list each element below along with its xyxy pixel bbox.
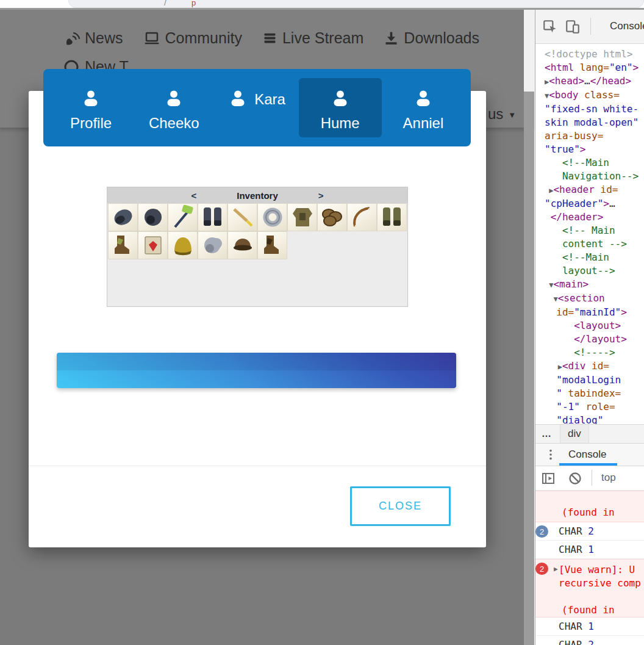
device-toolbar-icon[interactable] — [565, 19, 581, 37]
page-scrollbar-track[interactable] — [524, 9, 534, 92]
tree-line[interactable]: "true"> — [545, 143, 644, 156]
devtools-panel: Console <!doctype html><html lang="en">▶… — [535, 9, 644, 645]
inventory-slot-ore-chunk[interactable] — [198, 231, 227, 259]
page-scrollbar-thumb[interactable] — [524, 92, 534, 645]
tree-line[interactable]: <!-- Main — [545, 224, 644, 237]
nav-item-downloads[interactable]: Downloads — [383, 29, 479, 47]
inventory-prev-arrow[interactable]: < — [191, 190, 196, 201]
clear-console-icon[interactable] — [567, 471, 583, 488]
person-icon — [414, 89, 432, 110]
console-row[interactable]: 2CHAR 2 — [535, 522, 644, 541]
console-toolbar: top — [535, 466, 644, 491]
tree-line[interactable]: "-1" role= — [545, 400, 644, 414]
tree-line[interactable]: skin modal-open" — [545, 116, 644, 129]
inventory-grid — [108, 203, 407, 259]
inventory-slot-stone-ring[interactable] — [257, 203, 287, 231]
inventory-slot-body-armor[interactable] — [287, 203, 317, 231]
tree-line[interactable]: <html lang="en"> — [545, 61, 644, 74]
tab-cheeko[interactable]: Cheeko — [132, 78, 215, 137]
tab-profile[interactable]: Profile — [49, 78, 132, 137]
inventory-slot-gold-helm[interactable] — [168, 231, 198, 259]
tree-line[interactable]: <layout> — [545, 319, 644, 333]
inventory-slot-dark-armor-piece[interactable] — [108, 203, 138, 231]
tree-line[interactable]: ▶<div id= — [545, 359, 644, 373]
tree-line[interactable]: <!----> — [545, 346, 644, 359]
gold-helm-icon — [170, 232, 196, 258]
nav-item-community[interactable]: Community — [143, 29, 242, 47]
nav-item-live-stream[interactable]: Live Stream — [262, 29, 363, 47]
downloads-icon — [383, 30, 399, 46]
inventory-slot-dark-leggings[interactable] — [198, 203, 227, 231]
tree-line[interactable]: <!--Main — [545, 251, 644, 264]
tree-line[interactable]: aria-busy= — [545, 129, 644, 143]
inventory-slot-green-hammer[interactable] — [168, 203, 198, 231]
tree-line[interactable]: Navigation--> — [545, 170, 644, 183]
url-text-fragment-red: p — [191, 0, 196, 7]
tree-line[interactable]: " tabindex= — [545, 387, 644, 400]
tab-hume[interactable]: Hume — [299, 78, 382, 137]
tab-kara[interactable]: Kara — [215, 78, 298, 137]
tree-line[interactable]: </layout> — [545, 333, 644, 346]
screen: / p NewsCommunityLive StreamDownloads Ne… — [0, 0, 644, 645]
field-leggings-icon — [379, 204, 406, 230]
page-top-edge — [0, 8, 644, 10]
inventory-slot-field-leggings[interactable] — [377, 203, 407, 231]
breadcrumb-ellipsis[interactable]: … — [542, 428, 551, 439]
console-row[interactable]: CHAR 2 — [535, 636, 644, 645]
console-row[interactable]: 2▶[Vue warn]: Urecursive comp (found in — [535, 559, 644, 618]
person-icon — [229, 89, 247, 110]
scroll-icon — [140, 232, 166, 258]
tree-line[interactable]: ▼<section — [545, 292, 644, 306]
tool-icon — [229, 204, 256, 230]
console-messages[interactable]: (found in 2CHAR 2CHAR 12▶[Vue warn]: Ure… — [535, 491, 644, 645]
nav-item-news[interactable]: News — [64, 29, 123, 47]
body-armor-icon — [289, 204, 316, 230]
inventory-slot-dark-gauntlets[interactable] — [138, 203, 168, 231]
elements-tree[interactable]: <!doctype html><html lang="en">▶<head>…<… — [535, 44, 644, 424]
person-icon — [331, 89, 349, 110]
console-drawer-header: Console — [535, 444, 644, 466]
tree-line[interactable]: "dialog" — [545, 414, 644, 424]
devtools-tab-console[interactable]: Console — [610, 20, 644, 32]
tree-line[interactable]: </header> — [545, 211, 644, 224]
tree-line[interactable]: <!doctype html> — [545, 48, 644, 61]
green-hammer-icon — [170, 204, 196, 230]
strapped-boots-icon — [259, 232, 286, 258]
inventory-slot-leather-coil[interactable] — [317, 203, 347, 231]
tree-line[interactable]: <!--Main — [545, 156, 644, 170]
inventory-title: Inventory — [237, 190, 278, 201]
tree-line[interactable]: content --> — [545, 237, 644, 251]
inspect-element-icon[interactable] — [542, 19, 558, 37]
tree-line[interactable]: ▼<main> — [545, 278, 644, 292]
console-sidebar-icon[interactable] — [540, 471, 556, 488]
tab-label: Anniel — [403, 115, 444, 132]
inventory-slot-tool[interactable] — [227, 203, 257, 231]
tree-line[interactable]: layout--> — [545, 264, 644, 278]
close-button[interactable]: CLOSE — [350, 486, 451, 526]
tree-line[interactable]: ▶<header id= — [545, 183, 644, 197]
tree-line[interactable]: "modalLogin — [545, 373, 644, 387]
inventory-slot-leather-boots[interactable] — [108, 231, 138, 259]
elements-breadcrumb: … div — [535, 424, 644, 444]
console-row[interactable]: (found in — [535, 491, 644, 522]
kebab-menu-icon[interactable] — [544, 447, 557, 464]
tree-line[interactable]: ▶<head>…</head> — [545, 74, 644, 88]
console-drawer-tab[interactable]: Console — [560, 444, 615, 466]
nav-dropdown-fragment[interactable]: us ▼ — [488, 106, 516, 123]
console-row[interactable]: CHAR 1 — [535, 541, 644, 559]
url-bar[interactable]: / p — [68, 0, 644, 8]
inventory-slot-strapped-boots[interactable] — [257, 231, 287, 259]
tree-line[interactable]: id="mainId"> — [545, 306, 644, 319]
inventory-next-arrow[interactable]: > — [318, 190, 324, 201]
inventory-panel: < Inventory > — [107, 187, 408, 307]
breadcrumb-node-div[interactable]: div — [560, 425, 589, 443]
console-row[interactable]: CHAR 1 — [535, 618, 644, 636]
tab-anniel[interactable]: Anniel — [382, 78, 465, 137]
tree-line[interactable]: ▼<body class= — [545, 88, 644, 103]
tree-line[interactable]: "cpHeader">… — [545, 197, 644, 211]
tree-line[interactable]: "fixed-sn white- — [545, 103, 644, 116]
inventory-slot-leather-cap[interactable] — [227, 231, 257, 259]
inventory-slot-scroll[interactable] — [138, 231, 168, 259]
inventory-slot-bow[interactable] — [347, 203, 377, 231]
console-context-selector[interactable]: top — [601, 472, 616, 484]
